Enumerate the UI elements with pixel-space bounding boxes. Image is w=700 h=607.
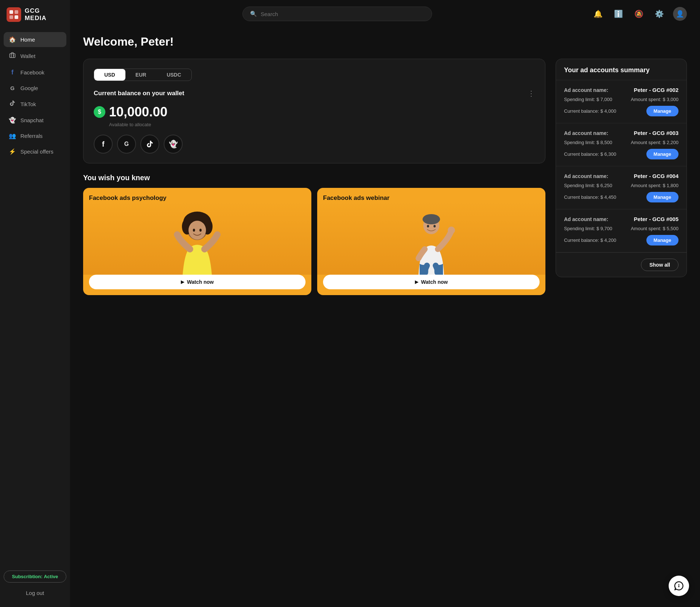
manage-button-4[interactable]: Manage [646, 235, 678, 245]
ad-summary-header: Your ad accounts summary [556, 59, 687, 80]
tab-usd[interactable]: USD [94, 69, 125, 81]
you-wish-section: You wish you knew Facebook ads psycholog… [83, 174, 545, 295]
sidebar-item-referrals[interactable]: 👥 Referrals [4, 128, 66, 143]
main-wrapper: 🔍 🔔 ℹ️ 🔕 ⚙️ 👤 Welcome, Peter! USD EUR [70, 0, 700, 607]
sidebar-item-tiktok[interactable]: TikTok [4, 96, 66, 112]
sidebar-item-referrals-label: Referrals [20, 133, 43, 139]
sidebar-item-snapchat[interactable]: 👻 Snapchat [4, 113, 66, 128]
ad-name-value-1: Peter - GCG #002 [634, 87, 678, 93]
amount-spent-4: Amount spent: $ 5,500 [631, 226, 678, 231]
chat-bubble[interactable] [669, 576, 689, 596]
tab-usdc[interactable]: USDC [156, 69, 191, 81]
svg-rect-0 [9, 10, 13, 14]
svg-point-17 [448, 227, 455, 234]
ad-details-row-4: Spending limit: $ 9,700 Amount spent: $ … [564, 226, 678, 231]
svg-point-11 [193, 229, 195, 232]
show-all-button[interactable]: Show all [641, 259, 678, 271]
wallet-amount-text: 10,000.00 [109, 104, 167, 120]
ad-balance-3: Current balance: $ 4,450 [564, 194, 616, 200]
ad-account-item-1: Ad account name: Peter - GCG #002 Spendi… [556, 80, 687, 123]
manage-button-3[interactable]: Manage [646, 192, 678, 202]
left-column: USD EUR USDC Current balance on your wal… [83, 59, 545, 295]
sidebar-item-wallet[interactable]: Wallet [4, 48, 66, 64]
sidebar-item-wallet-label: Wallet [20, 53, 35, 59]
referrals-icon: 👥 [9, 132, 16, 139]
ad-name-label-4: Ad account name: [564, 216, 608, 222]
sidebar: GCG MEDIA 🏠 Home Wallet f Facebook G Goo… [0, 0, 70, 607]
ad-details-row-1: Spending limit: $ 7,000 Amount spent: $ … [564, 97, 678, 102]
welcome-title: Welcome, Peter! [83, 35, 687, 49]
spending-limit-2: Spending limit: $ 8,500 [564, 140, 612, 145]
ad-name-row-3: Ad account name: Peter - GCG #004 [564, 173, 678, 179]
sidebar-item-google[interactable]: G Google [4, 81, 66, 95]
svg-point-15 [427, 225, 429, 228]
sidebar-item-facebook-label: Facebook [20, 69, 44, 76]
svg-rect-1 [15, 10, 18, 14]
ad-details-row-3: Spending limit: $ 6,250 Amount spent: $ … [564, 183, 678, 188]
wallet-header: Current balance on your wallet ⋮ [94, 89, 535, 98]
svg-point-10 [188, 221, 206, 240]
sidebar-item-facebook[interactable]: f Facebook [4, 65, 66, 80]
home-icon: 🏠 [9, 36, 16, 43]
svg-point-16 [433, 225, 436, 228]
ad-summary-card: Your ad accounts summary Ad account name… [556, 59, 687, 277]
search-icon: 🔍 [250, 11, 257, 17]
promo-card-1-image [83, 202, 311, 275]
settings-icon[interactable]: ⚙️ [653, 7, 666, 20]
svg-rect-2 [9, 15, 13, 19]
google-platform-icon[interactable]: G [117, 135, 136, 154]
ad-account-item-4: Ad account name: Peter - GCG #005 Spendi… [556, 209, 687, 252]
manage-button-1[interactable]: Manage [646, 106, 678, 116]
manage-button-2[interactable]: Manage [646, 149, 678, 159]
ad-balance-row-2: Current balance: $ 6,300 Manage [564, 149, 678, 159]
sidebar-item-special-offers-label: Special offers [20, 148, 54, 155]
amount-spent-1: Amount spent: $ 3,000 [631, 97, 678, 102]
amount-spent-2: Amount spent: $ 2,200 [631, 140, 678, 145]
facebook-platform-icon[interactable]: f [94, 135, 113, 154]
notification-icon[interactable]: 🔕 [632, 7, 645, 20]
ad-name-value-4: Peter - GCG #005 [634, 216, 678, 222]
ad-name-label-3: Ad account name: [564, 173, 608, 179]
tiktok-icon [9, 100, 16, 108]
ad-balance-4: Current balance: $ 4,200 [564, 237, 616, 243]
sidebar-item-home[interactable]: 🏠 Home [4, 32, 66, 47]
play-icon-1: ▶ [181, 279, 184, 285]
ad-account-item-2: Ad account name: Peter - GCG #003 Spendi… [556, 123, 687, 166]
special-offers-icon: ⚡ [9, 148, 16, 155]
svg-rect-4 [10, 54, 15, 58]
tab-eur[interactable]: EUR [125, 69, 157, 81]
spending-limit-3: Spending limit: $ 6,250 [564, 183, 612, 188]
promo-card-2: Facebook ads webinar [317, 188, 545, 295]
spending-limit-4: Spending limit: $ 9,700 [564, 226, 612, 231]
spending-limit-1: Spending limit: $ 7,000 [564, 97, 612, 102]
ad-name-row-4: Ad account name: Peter - GCG #005 [564, 216, 678, 222]
watch-now-button-1[interactable]: ▶ Watch now [89, 275, 306, 289]
svg-point-12 [199, 229, 202, 232]
search-bar[interactable]: 🔍 [242, 7, 432, 21]
facebook-icon: f [9, 69, 16, 76]
info-icon[interactable]: ℹ️ [612, 7, 625, 20]
bell-icon[interactable]: 🔔 [591, 7, 604, 20]
sidebar-item-snapchat-label: Snapchat [20, 117, 43, 123]
you-wish-title: You wish you knew [83, 174, 545, 182]
subscription-badge[interactable]: Subscribtion: Active [4, 571, 66, 583]
snapchat-platform-icon[interactable]: 👻 [164, 135, 183, 154]
sidebar-item-special-offers[interactable]: ⚡ Special offers [4, 144, 66, 159]
ad-balance-row-3: Current balance: $ 4,450 Manage [564, 192, 678, 202]
wallet-title: Current balance on your wallet [94, 90, 184, 97]
nav-menu: 🏠 Home Wallet f Facebook G Google TikTok… [0, 32, 70, 571]
ad-details-row-2: Spending limit: $ 8,500 Amount spent: $ … [564, 140, 678, 145]
avatar[interactable]: 👤 [673, 7, 687, 21]
watch-now-button-2[interactable]: ▶ Watch now [323, 275, 540, 289]
promo-card-2-image [317, 202, 545, 275]
ad-account-item-3: Ad account name: Peter - GCG #004 Spendi… [556, 166, 687, 209]
play-icon-2: ▶ [415, 279, 418, 285]
promo-cards: Facebook ads psychology [83, 188, 545, 295]
search-input[interactable] [261, 11, 424, 17]
wallet-card: USD EUR USDC Current balance on your wal… [83, 59, 545, 163]
tiktok-platform-icon[interactable] [140, 135, 159, 154]
header: 🔍 🔔 ℹ️ 🔕 ⚙️ 👤 [70, 0, 700, 28]
logout-button[interactable]: Log out [4, 586, 66, 600]
wallet-menu-icon[interactable]: ⋮ [528, 89, 535, 98]
ad-name-row-1: Ad account name: Peter - GCG #002 [564, 87, 678, 93]
